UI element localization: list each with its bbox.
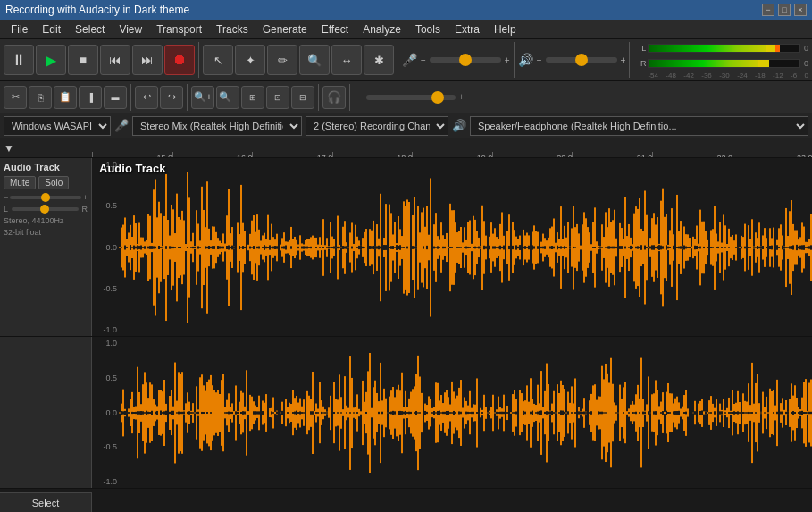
scale-neg-0-5: -0.5 (94, 284, 117, 293)
speaker-slider[interactable] (546, 57, 617, 63)
menu-edit[interactable]: Edit (35, 21, 68, 38)
pause-button[interactable]: ⏸ (4, 45, 34, 75)
playback-minus: − (357, 92, 363, 102)
stop-button[interactable]: ■ (68, 45, 98, 75)
vu-l-label: L (637, 44, 646, 53)
menu-transport[interactable]: Transport (149, 21, 209, 38)
play-button[interactable]: ▶ (36, 45, 66, 75)
menu-tools[interactable]: Tools (408, 21, 448, 38)
scale2-1-0: 1.0 (94, 339, 117, 348)
headphone-group: 🎧 (322, 84, 350, 111)
draw-tool-button[interactable]: ✏ (267, 45, 297, 75)
menu-help[interactable]: Help (487, 21, 523, 38)
redo-button[interactable]: ↪ (160, 86, 183, 109)
mic-slider[interactable] (430, 57, 501, 63)
track1-info: Stereo, 44100Hz 32-bit float (4, 215, 88, 238)
headphone-button[interactable]: 🎧 (322, 86, 346, 109)
menu-select[interactable]: Select (68, 21, 112, 38)
paste-button[interactable]: 📋 (54, 86, 77, 109)
undo-button[interactable]: ↩ (135, 86, 158, 109)
pan-slider[interactable] (12, 207, 78, 211)
select-tool-button[interactable]: ↖ (203, 45, 233, 75)
mic-volume-group: 🎤 − + (402, 42, 515, 78)
maximize-button[interactable]: □ (778, 4, 791, 16)
db-mark-6: -24 (737, 71, 748, 80)
close-button[interactable]: × (794, 4, 807, 16)
menu-generate[interactable]: Generate (255, 21, 314, 38)
undo-group: ↩ ↪ (135, 84, 188, 111)
multi-tool-button[interactable]: ✱ (364, 45, 394, 75)
minimize-button[interactable]: − (762, 4, 774, 16)
menu-view[interactable]: View (112, 21, 149, 38)
envelope-tool-button[interactable]: ✦ (235, 45, 265, 75)
db-mark-1: -54 (648, 71, 658, 80)
menu-effect[interactable]: Effect (314, 21, 356, 38)
ruler-tick-2: 16.0 (252, 152, 253, 157)
db-mark-9: -6 (791, 71, 797, 80)
trim-button[interactable]: ▐ (79, 86, 102, 109)
menu-analyze[interactable]: Analyze (356, 21, 408, 38)
input-device-select[interactable]: Stereo Mix (Realtek High Definition Audi… (132, 116, 302, 136)
mic-minus: − (421, 55, 426, 65)
output-device-select[interactable]: Speaker/Headphone (Realtek High Definiti… (470, 116, 808, 136)
tracks-area: Audio Track Mute Solo − + L R Stereo, (0, 158, 812, 489)
pan-r-label: R (82, 205, 88, 214)
scale2-0-5: 0.5 (94, 374, 117, 382)
gain-row: − + (4, 193, 88, 202)
ruler-tick-6: 20.0 (572, 152, 573, 157)
scale-0-5: 0.5 (94, 201, 117, 210)
speaker-volume-group: 🔊 − + (518, 42, 631, 78)
mute-button[interactable]: Mute (4, 176, 36, 189)
track1-name: Audio Track (4, 162, 88, 172)
zoom-sel-button[interactable]: ⊡ (266, 86, 289, 109)
app-title: Recording with Audacity in Dark theme (5, 4, 189, 16)
cut-button[interactable]: ✂ (4, 86, 27, 109)
lr-row: L R (4, 205, 88, 214)
track1-waveform[interactable]: 1.0 0.5 0.0 -0.5 -1.0 Audio Track (92, 158, 812, 336)
zoom-out-all-button[interactable]: ⊟ (291, 86, 314, 109)
scale2-0-0: 0.0 (94, 408, 117, 417)
ruler-inner: 14.015.016.017.018.019.020.021.022.023.0 (92, 138, 812, 157)
menu-tracks[interactable]: Tracks (209, 21, 255, 38)
timeshift-tool-button[interactable]: ↔ (331, 45, 362, 75)
db-mark-10: 0 (805, 71, 808, 80)
db-mark-3: -42 (683, 71, 694, 80)
scale-0-0: 0.0 (94, 243, 117, 252)
input-bar: Windows WASAPI 🎤 Stereo Mix (Realtek Hig… (0, 113, 812, 138)
ruler-tick-4: 18.0 (412, 152, 413, 157)
waveform-scale-left: 1.0 0.5 0.0 -0.5 -1.0 (92, 158, 119, 336)
prev-button[interactable]: ⏮ (100, 45, 130, 75)
solo-button[interactable]: Solo (38, 176, 69, 189)
record-button[interactable]: ⏺ (164, 45, 195, 75)
silence-button[interactable]: ▬ (104, 86, 127, 109)
zoom-fit-button[interactable]: ⊞ (241, 86, 264, 109)
db-mark-5: -30 (719, 71, 730, 80)
transport-group: ⏸ ▶ ■ ⏮ ⏭ ⏺ (4, 42, 199, 78)
track1-canvas (119, 158, 812, 336)
zoom-tool-button[interactable]: 🔍 (299, 45, 330, 75)
scale2-neg-1-0: -1.0 (94, 477, 117, 486)
speaker-minus: − (537, 55, 542, 65)
channels-select[interactable]: 2 (Stereo) Recording Chann... (306, 116, 448, 136)
select-button[interactable]: Select (0, 492, 92, 512)
gain-slider[interactable] (10, 196, 80, 199)
zoom-in-button[interactable]: 🔍+ (191, 86, 214, 109)
title-bar: Recording with Audacity in Dark theme − … (0, 0, 812, 20)
track2-waveform[interactable]: 1.0 0.5 0.0 -0.5 -1.0 (92, 337, 812, 488)
track-dropdown-arrow[interactable]: ▼ (4, 142, 14, 155)
vu-r-label: R (637, 59, 646, 68)
next-button[interactable]: ⏭ (132, 45, 163, 75)
ruler-tick-1: 15.0 (172, 152, 173, 157)
playback-slider[interactable] (366, 95, 456, 100)
ruler-tick-7: 21.0 (652, 152, 653, 157)
mic-input-icon: 🎤 (114, 119, 129, 132)
menu-file[interactable]: File (4, 21, 35, 38)
copy-button[interactable]: ⎘ (29, 86, 52, 109)
db-mark-8: -12 (773, 71, 783, 80)
host-select[interactable]: Windows WASAPI (4, 116, 111, 136)
track1-controls: Audio Track Mute Solo − + L R Stereo, (0, 158, 92, 336)
playback-plus: + (459, 92, 465, 102)
menu-extra[interactable]: Extra (448, 21, 487, 38)
scale-neg-1-0: -1.0 (94, 325, 117, 334)
zoom-out-button[interactable]: 🔍− (216, 86, 239, 109)
